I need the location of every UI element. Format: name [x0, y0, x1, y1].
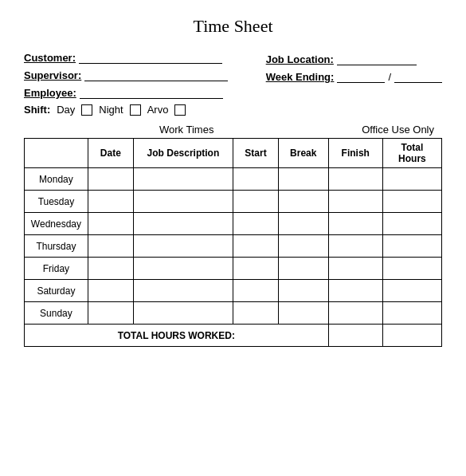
header-start: Start	[233, 139, 279, 168]
job-location-line[interactable]	[337, 53, 417, 65]
data-cell[interactable]	[278, 235, 328, 258]
week-ending-row: Week Ending: /	[266, 70, 442, 83]
table-row: Sunday	[25, 302, 442, 325]
employee-line[interactable]	[80, 86, 223, 99]
data-cell[interactable]	[382, 168, 441, 191]
header-break: Break	[278, 139, 328, 168]
form-section: Customer: Supervisor: Employee: Job Loca…	[24, 51, 442, 99]
day-cell: Sunday	[25, 302, 88, 325]
data-cell[interactable]	[278, 258, 328, 280]
data-cell[interactable]	[278, 280, 328, 302]
data-cell[interactable]	[88, 235, 133, 258]
data-cell[interactable]	[88, 191, 133, 213]
data-cell[interactable]	[382, 191, 441, 213]
header-date: Date	[88, 139, 133, 168]
data-cell[interactable]	[133, 191, 233, 213]
data-cell[interactable]	[328, 302, 382, 325]
data-cell[interactable]	[88, 168, 133, 191]
day-cell: Friday	[25, 258, 88, 280]
shift-row: Shift: Day Night Arvo	[24, 104, 442, 116]
shift-day-checkbox[interactable]	[81, 104, 92, 116]
week-ending-line1[interactable]	[337, 70, 385, 83]
shift-label: Shift:	[24, 104, 50, 116]
shift-arvo-checkbox[interactable]	[174, 104, 186, 116]
data-cell[interactable]	[133, 213, 233, 235]
left-fields: Customer: Supervisor: Employee:	[24, 51, 228, 99]
week-ending-line2[interactable]	[394, 70, 442, 83]
supervisor-row: Supervisor:	[24, 69, 228, 81]
data-cell[interactable]	[133, 235, 233, 258]
table-row: Tuesday	[25, 191, 442, 213]
data-cell[interactable]	[328, 280, 382, 302]
total-hours-label: TOTAL HOURS WORKED:	[25, 325, 329, 347]
header-total: TotalHours	[382, 139, 441, 168]
data-cell[interactable]	[382, 280, 441, 302]
data-cell[interactable]	[382, 302, 441, 325]
day-cell: Saturday	[25, 280, 88, 302]
total-finish-cell[interactable]	[328, 325, 382, 347]
right-fields: Job Location: Week Ending: /	[266, 53, 442, 99]
data-cell[interactable]	[133, 258, 233, 280]
data-cell[interactable]	[328, 235, 382, 258]
data-cell[interactable]	[233, 235, 279, 258]
data-cell[interactable]	[233, 258, 279, 280]
work-times-label: Work Times	[159, 124, 213, 136]
table-row: Monday	[25, 168, 442, 191]
data-cell[interactable]	[328, 168, 382, 191]
week-ending-label: Week Ending:	[266, 71, 335, 83]
data-cell[interactable]	[133, 302, 233, 325]
supervisor-label: Supervisor:	[24, 69, 81, 81]
data-cell[interactable]	[278, 302, 328, 325]
header-day	[25, 139, 88, 168]
customer-line[interactable]	[79, 51, 222, 64]
page: Time Sheet Customer: Supervisor: Employe…	[0, 0, 466, 476]
week-ending-separator: /	[388, 71, 391, 83]
data-cell[interactable]	[133, 168, 233, 191]
shift-night-label: Night	[99, 104, 123, 116]
table-row: Friday	[25, 258, 442, 280]
data-cell[interactable]	[133, 280, 233, 302]
day-cell: Wednesday	[25, 213, 88, 235]
office-use-label: Office Use Only	[362, 124, 434, 136]
data-cell[interactable]	[328, 213, 382, 235]
shift-night-checkbox[interactable]	[130, 104, 141, 116]
customer-row: Customer:	[24, 51, 228, 64]
table-row: Thursday	[25, 235, 442, 258]
data-cell[interactable]	[382, 235, 441, 258]
employee-row: Employee:	[24, 86, 228, 99]
data-cell[interactable]	[233, 168, 279, 191]
data-cell[interactable]	[233, 280, 279, 302]
employee-label: Employee:	[24, 87, 76, 99]
data-cell[interactable]	[382, 213, 441, 235]
shift-arvo-label: Arvo	[147, 104, 169, 116]
data-cell[interactable]	[382, 258, 441, 280]
data-cell[interactable]	[278, 191, 328, 213]
job-location-label: Job Location:	[266, 53, 334, 65]
data-cell[interactable]	[278, 168, 328, 191]
data-cell[interactable]	[233, 213, 279, 235]
data-cell[interactable]	[278, 213, 328, 235]
data-cell[interactable]	[88, 213, 133, 235]
table-row: Wednesday	[25, 213, 442, 235]
data-cell[interactable]	[88, 280, 133, 302]
data-cell[interactable]	[233, 191, 279, 213]
day-cell: Thursday	[25, 235, 88, 258]
data-cell[interactable]	[88, 258, 133, 280]
page-title: Time Sheet	[24, 16, 442, 37]
section-labels: Work Times Office Use Only	[24, 124, 442, 136]
data-cell[interactable]	[328, 191, 382, 213]
total-row: TOTAL HOURS WORKED:	[25, 325, 442, 347]
day-cell: Monday	[25, 168, 88, 191]
data-cell[interactable]	[328, 258, 382, 280]
table-row: Saturday	[25, 280, 442, 302]
day-cell: Tuesday	[25, 191, 88, 213]
shift-day-label: Day	[57, 104, 75, 116]
job-location-row: Job Location:	[266, 53, 442, 65]
data-cell[interactable]	[233, 302, 279, 325]
data-cell[interactable]	[88, 302, 133, 325]
header-row: Date Job Description Start Break Finish …	[25, 139, 442, 168]
total-hours-cell[interactable]	[382, 325, 441, 347]
header-finish: Finish	[328, 139, 382, 168]
header-jobdesc: Job Description	[133, 139, 233, 168]
supervisor-line[interactable]	[84, 69, 228, 81]
